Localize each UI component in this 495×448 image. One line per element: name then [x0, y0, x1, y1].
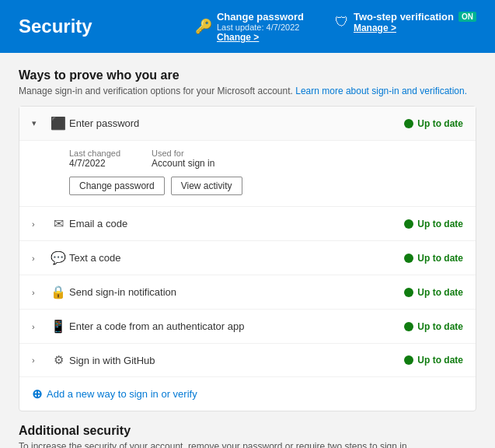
two-step-action[interactable]: 🛡 Two-step verification ON Manage > [335, 11, 476, 43]
detail-info-row: Last changed 4/7/2022 Used for Account s… [69, 149, 463, 169]
authenticator-status: Up to date [404, 321, 463, 332]
chevron-down-icon: ▾ [32, 118, 47, 128]
chevron-right-icon-text: › [32, 254, 47, 263]
password-detail: Last changed 4/7/2022 Used for Account s… [19, 141, 476, 207]
additional-desc: To increase the security of your account… [19, 441, 476, 448]
notification-status: Up to date [404, 287, 463, 298]
lock-icon: 🔒 [47, 285, 69, 299]
learn-more-link[interactable]: Learn more about sign-in and verificatio… [295, 86, 467, 96]
github-row[interactable]: › ⚙ Sign in with GitHub Up to date [19, 344, 476, 377]
password-icon: ⬛ [47, 116, 69, 131]
notification-label: Send sign-in notification [69, 286, 404, 298]
page-title: Security [19, 16, 92, 37]
view-activity-button[interactable]: View activity [171, 177, 242, 195]
used-for-item: Used for Account sign in [152, 149, 214, 169]
change-password-link[interactable]: Change > [217, 32, 304, 43]
key-icon: 🔑 [195, 18, 212, 35]
email-icon: ✉ [47, 216, 69, 231]
email-status: Up to date [404, 219, 463, 229]
ways-card: ▾ ⬛ Enter password Up to date Last chang… [19, 106, 476, 411]
sms-icon: 💬 [47, 250, 69, 265]
chevron-right-icon-notif: › [32, 288, 47, 297]
chevron-right-icon-auth: › [32, 322, 47, 331]
two-step-on-badge: ON [458, 12, 476, 22]
detail-buttons: Change password View activity [69, 177, 463, 195]
text-row[interactable]: › 💬 Text a code Up to date [19, 241, 476, 275]
email-label: Email a code [69, 218, 404, 229]
password-label: Enter password [69, 117, 404, 129]
text-label: Text a code [69, 252, 404, 264]
github-label: Sign in with GitHub [69, 355, 404, 366]
ways-section: Ways to prove who you are Manage sign-in… [19, 68, 476, 411]
text-status: Up to date [404, 253, 463, 264]
email-row[interactable]: › ✉ Email a code Up to date [19, 207, 476, 241]
additional-title: Additional security [19, 424, 476, 438]
authenticator-label: Enter a code from an authenticator app [69, 320, 404, 332]
chevron-right-icon-github: › [32, 355, 47, 365]
add-way-link[interactable]: Add a new way to sign in or verify [47, 388, 197, 400]
authenticator-row[interactable]: › 📱 Enter a code from an authenticator a… [19, 310, 476, 344]
change-password-label: Change password [217, 11, 304, 23]
page-header: Security 🔑 Change password Last update: … [0, 0, 495, 53]
password-row[interactable]: ▾ ⬛ Enter password Up to date [19, 107, 476, 141]
last-changed-item: Last changed 4/7/2022 [69, 149, 120, 169]
main-content: Ways to prove who you are Manage sign-in… [0, 53, 495, 448]
github-icon: ⚙ [47, 353, 69, 367]
two-step-label: Two-step verification [354, 11, 454, 23]
notification-row[interactable]: › 🔒 Send sign-in notification Up to date [19, 275, 476, 310]
ways-title: Ways to prove who you are [19, 68, 476, 82]
additional-section: Additional security To increase the secu… [19, 424, 476, 448]
header-actions: 🔑 Change password Last update: 4/7/2022 … [195, 11, 476, 43]
phone-icon: 📱 [47, 319, 69, 334]
password-status: Up to date [404, 118, 463, 129]
github-status: Up to date [404, 355, 463, 366]
change-password-action[interactable]: 🔑 Change password Last update: 4/7/2022 … [195, 11, 304, 43]
change-password-date: Last update: 4/7/2022 [217, 23, 304, 32]
change-password-button[interactable]: Change password [69, 177, 165, 195]
add-circle-icon: ⊕ [32, 387, 42, 401]
shield-icon: 🛡 [335, 14, 349, 30]
add-link-row[interactable]: ⊕ Add a new way to sign in or verify [19, 377, 476, 411]
chevron-right-icon-email: › [32, 219, 47, 229]
two-step-link[interactable]: Manage > [354, 23, 476, 33]
ways-desc: Manage sign-in and verification options … [19, 86, 476, 96]
status-dot [404, 119, 413, 128]
